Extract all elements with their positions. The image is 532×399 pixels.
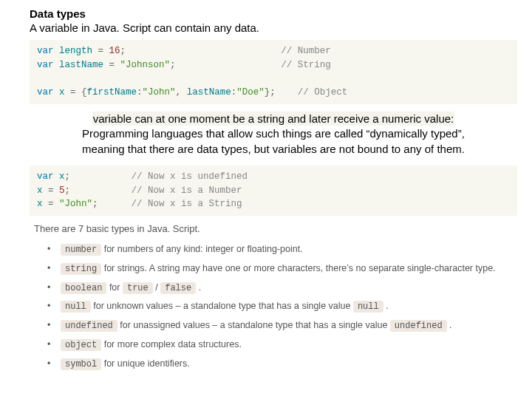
type-tail: . xyxy=(447,320,452,330)
op: = xyxy=(65,87,82,98)
type-chip: boolean xyxy=(61,282,106,294)
num: 16 xyxy=(109,46,120,56)
ident: x xyxy=(59,87,65,98)
str: "John" xyxy=(59,199,92,209)
str: "John" xyxy=(143,87,176,98)
ident: x xyxy=(37,185,43,196)
list-item: number for numbers of any kind: integer … xyxy=(52,243,517,256)
semi: ; xyxy=(92,199,98,209)
page-subheading: A variable in Java. Script can contain a… xyxy=(30,21,517,34)
semi: ; xyxy=(270,87,276,98)
list-item: boolean for true / false . xyxy=(52,282,517,295)
type-chip: null xyxy=(353,301,383,313)
types-intro: There are 7 basic types in Java. Script. xyxy=(34,223,517,234)
comment: // Now x is a Number xyxy=(132,185,242,196)
type-desc: for unknown values – a standalone type t… xyxy=(91,301,353,311)
type-chip: null xyxy=(61,301,91,313)
type-desc: for numbers of any kind: integer or floa… xyxy=(101,244,302,254)
comment: // String xyxy=(281,60,331,70)
list-item: object for more complex data structures. xyxy=(52,338,517,352)
list-item: null for unknown values – a standalone t… xyxy=(52,300,517,313)
kw: var xyxy=(37,60,54,70)
kw: var xyxy=(37,171,54,182)
highlighted-line: variable can at one moment be a string a… xyxy=(92,112,455,126)
type-desc: for strings. A string may have one or mo… xyxy=(101,263,495,273)
paragraph-dynamic-typing: variable can at one moment be a string a… xyxy=(30,112,517,157)
type-chip: true xyxy=(123,282,153,294)
type-chip: false xyxy=(160,282,196,294)
type-desc: for unassigned values – a standalone typ… xyxy=(117,320,390,330)
list-item: string for strings. A string may have on… xyxy=(52,262,517,276)
semi: ; xyxy=(120,46,126,56)
comment: // Object xyxy=(298,87,348,98)
type-chip: undefined xyxy=(61,320,117,332)
page-title: Data types xyxy=(30,7,517,20)
type-sep: / xyxy=(153,282,160,293)
op: = xyxy=(92,46,109,56)
type-desc: for more complex data structures. xyxy=(101,339,242,349)
semi: ; xyxy=(65,185,71,196)
comment: // Number xyxy=(281,46,331,56)
key: firstName xyxy=(87,87,137,98)
space xyxy=(181,87,187,98)
types-list: number for numbers of any kind: integer … xyxy=(30,243,517,371)
type-tail: . xyxy=(383,301,389,311)
type-tail: . xyxy=(196,282,201,293)
op: = xyxy=(43,199,60,209)
kw: var xyxy=(37,46,54,56)
type-chip: object xyxy=(61,339,101,351)
kw: var xyxy=(37,87,54,98)
semi: ; xyxy=(170,60,176,70)
str: "Doe" xyxy=(236,87,265,98)
colon: : xyxy=(137,87,143,98)
type-chip: number xyxy=(61,244,101,256)
list-item: undefined for unassigned values – a stan… xyxy=(52,319,517,332)
type-chip: symbol xyxy=(61,358,101,370)
comment: // Now x is a String xyxy=(132,199,242,209)
ident: lastName xyxy=(59,60,103,70)
brace: { xyxy=(81,87,87,98)
num: 5 xyxy=(59,185,65,196)
code-block-2: var x; // Now x is undefined x = 5; // N… xyxy=(30,166,517,216)
code-block-1: var length = 16; // Number var lastName … xyxy=(30,40,517,104)
type-chip: undefined xyxy=(390,320,447,332)
type-chip: string xyxy=(61,263,101,275)
ident: x xyxy=(54,171,65,182)
ident: length xyxy=(59,46,92,56)
str: "Johnson" xyxy=(120,60,171,70)
para-line: meaning that there are data types, but v… xyxy=(82,143,465,155)
op: = xyxy=(43,185,60,196)
ident: x xyxy=(37,199,43,209)
comma: , xyxy=(176,87,182,98)
op: = xyxy=(103,60,120,70)
list-item: symbol for unique identifiers. xyxy=(52,358,517,371)
type-desc: for unique identifiers. xyxy=(101,358,190,369)
type-desc: for xyxy=(106,282,123,293)
para-line: Programming languages that allow such th… xyxy=(82,127,465,140)
semi: ; xyxy=(65,171,71,182)
key: lastName xyxy=(187,87,231,98)
comment: // Now x is undefined xyxy=(132,171,248,182)
